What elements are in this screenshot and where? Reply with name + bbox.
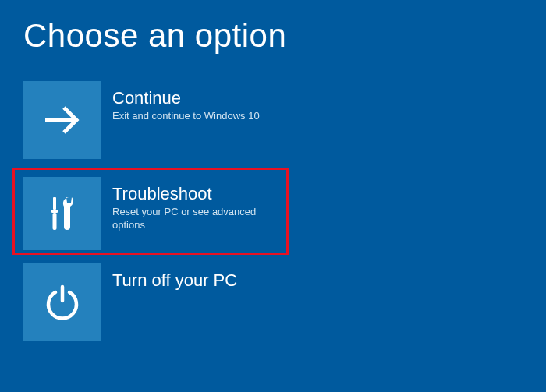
option-turn-off[interactable]: Turn off your PC: [23, 263, 289, 341]
svg-rect-3: [53, 213, 57, 230]
option-text: Turn off your PC: [101, 263, 237, 292]
option-title: Continue: [112, 89, 260, 108]
power-icon: [23, 263, 101, 341]
options-list: Continue Exit and continue to Windows 10…: [0, 81, 546, 341]
svg-rect-1: [53, 197, 56, 210]
option-continue[interactable]: Continue Exit and continue to Windows 10: [23, 81, 289, 159]
option-subtitle: Reset your PC or see advanced options: [112, 206, 286, 232]
option-title: Turn off your PC: [112, 271, 237, 290]
tools-icon: [23, 177, 101, 250]
page-title: Choose an option: [0, 0, 546, 55]
svg-rect-2: [51, 210, 58, 213]
option-subtitle: Exit and continue to Windows 10: [112, 110, 260, 123]
arrow-right-icon: [23, 81, 101, 159]
option-text: Troubleshoot Reset your PC or see advanc…: [101, 177, 286, 232]
option-title: Troubleshoot: [112, 185, 286, 203]
option-text: Continue Exit and continue to Windows 10: [101, 81, 260, 123]
option-troubleshoot[interactable]: Troubleshoot Reset your PC or see advanc…: [12, 168, 289, 255]
